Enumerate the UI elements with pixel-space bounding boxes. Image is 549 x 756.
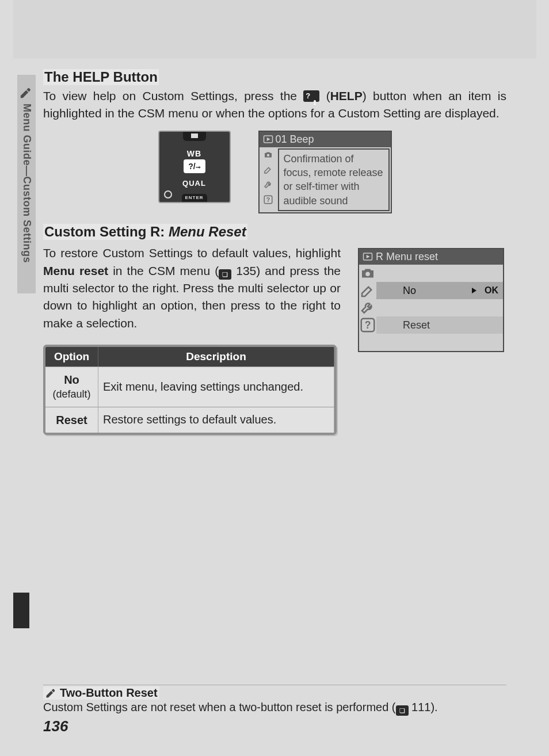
top-margin-strip [13,0,536,59]
lcd-title-text: 01 Beep [276,133,314,146]
triangle-right-icon [471,285,478,297]
table-cell-desc: Restore settings to default values. [98,407,334,433]
help-key-icon: ? [303,90,319,102]
lcd2-ok-text: OK [485,285,498,296]
footer-note: Two-Button Reset Custom Settings are not… [43,685,506,716]
pencil-icon [260,162,277,177]
lcd-title-bar: 01 Beep [260,132,391,147]
pencil-icon [19,86,32,102]
play-icon [263,134,273,144]
text-help-bold: HELP [330,89,363,102]
footer-note-body: Custom Settings are not reset when a two… [43,700,506,716]
lcd2-title-bar: R Menu reset [359,249,503,265]
table-cell-option: Reset [45,407,98,433]
text-fragment-italic: Menu Reset [169,224,246,239]
lcd2-options: No OK Reset [376,265,503,351]
table-cell-desc: Exit menu, leaving settings unchanged. [98,366,334,407]
paragraph-help-button: To view help on Custom Settings, press t… [43,87,506,123]
table-cell-option: No(default) [45,366,98,407]
pencil-icon [45,688,56,699]
camera-wb-label: WB [187,149,201,158]
lcd2-spacer-row [376,334,503,351]
lcd2-row-no: No OK [376,282,503,299]
text-fragment: 111). [409,701,438,713]
footer-title-text: Two-Button Reset [60,686,158,700]
table-header-description: Description [98,347,334,366]
black-edge-tab [13,593,29,628]
camera-icon [359,265,376,282]
svg-point-0 [314,100,316,102]
lcd-help-text: Confirmation of focus, remote release or… [278,148,390,211]
sidebar-section-label: Menu Guide—Custom Settings [19,104,33,263]
text-fragment: in the CSM menu ( [108,264,219,277]
footer-note-title: Two-Button Reset [43,686,159,700]
two-column-split: To restore Custom Settings to default va… [43,245,506,435]
text-bold-menureset: Menu reset [43,264,108,277]
table-row: Reset Restore settings to default values… [45,407,334,433]
text-fragment: Custom Setting R: [44,224,169,239]
heading-help-button: The HELP Button [43,69,159,85]
camera-back-illustration: WB ?/⊸ QUAL ENTER [158,131,231,203]
camera-help-button: ?/⊸ [184,159,205,173]
options-table: Option Description No(default) Exit menu… [43,345,337,435]
camera-led-circle [164,190,172,198]
book-ref-icon: ❏ [219,269,231,280]
lcd2-title-text: R Menu reset [376,251,438,262]
play-icon [363,251,373,262]
wrench-icon [260,177,277,192]
lcd-menu-reset-screen: R Menu reset ? No [358,248,504,352]
camera-qual-label: QUAL [182,179,206,188]
table-header-option: Option [45,347,98,366]
text-fragment: To restore Custom Settings to default va… [43,246,341,259]
manual-page: Menu Guide—Custom Settings The HELP Butt… [0,0,549,756]
lcd2-cell-text: No [403,285,416,297]
camera-viewfinder-top [183,132,206,141]
svg-text:?: ? [266,196,269,203]
lcd2-icon-strip: ? [359,265,376,351]
lcd2-cell-text: Reset [403,319,430,331]
svg-point-2 [266,154,269,156]
lcd-icon-strip: ? [260,147,277,212]
pencil-icon [359,282,376,299]
lcd2-row-reset: Reset [376,316,503,334]
lcd2-spacer-row [376,299,503,316]
svg-text:?: ? [365,319,371,331]
figures-row: WB ?/⊸ QUAL ENTER 01 Beep ? [43,131,506,213]
camera-icon [260,147,277,162]
lcd2-spacer-row [376,265,503,282]
paragraph-menu-reset: To restore Custom Settings to default va… [43,245,341,332]
text-fragment: Custom Settings are not reset when a two… [43,701,396,713]
camera-enter-label: ENTER [182,194,207,202]
page-number: 136 [43,717,68,735]
heading-menu-reset: Custom Setting R: Menu Reset [43,224,247,240]
table-row: No(default) Exit menu, leaving settings … [45,366,334,407]
question-icon: ? [359,316,376,334]
lcd-help-screen: 01 Beep ? Confirmation of focus, remote … [258,131,392,213]
book-ref-icon: ❏ [396,705,409,716]
svg-point-6 [365,272,370,277]
content-area: The HELP Button To view help on Custom S… [43,69,506,435]
question-icon: ? [260,192,277,207]
text-fragment: To view help on Custom Settings, press t… [43,89,303,102]
wrench-icon [359,299,376,316]
